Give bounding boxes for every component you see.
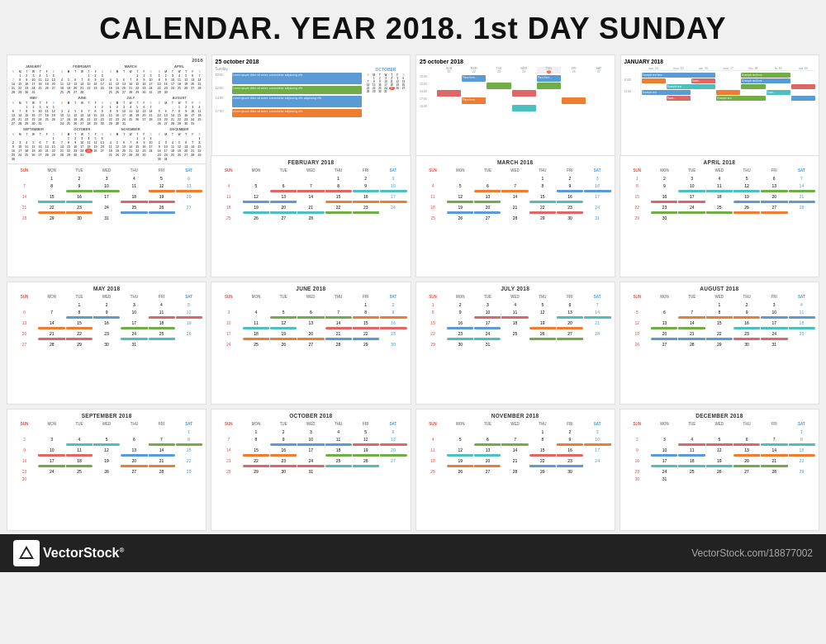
vectorstock-text: VectorStock® <box>43 546 124 561</box>
month-card-12: DECEMBER 2018SUNMONTUEWEDTHUFRISAT123456… <box>620 409 819 531</box>
day-view-card: 25 october 2018 Sunday 10:00 Lorem ipsum… <box>211 54 411 164</box>
vs-icon <box>13 540 40 566</box>
month-card-7: JULY 2018SUNMONTUEWEDTHUFRISAT1234567891… <box>415 282 615 404</box>
month-card-8: AUGUST 2018SUNMONTUEWEDTHUFRISAT12345678… <box>620 282 819 404</box>
registered-mark: ® <box>119 547 124 554</box>
vectorstock-logo: VectorStock® <box>13 540 124 566</box>
month-card-6: JUNE 2018SUNMONTUEWEDTHUFRISAT1234567891… <box>211 282 411 404</box>
month-card-1: JANUARY 2018SUNMONTUEWEDTHUFRISAT1234567… <box>7 155 206 277</box>
bottom-bar: VectorStock® VectorStock.com/18877002 <box>0 534 826 572</box>
month-card-2: FEBRUARY 2018SUNMONTUEWEDTHUFRISAT123456… <box>211 155 411 277</box>
vectorstock-url: VectorStock.com/18877002 <box>691 547 813 559</box>
month-card-3: MARCH 2018SUNMONTUEWEDTHUFRISAT123456789… <box>415 155 615 277</box>
month-card-9: SEPTEMBER 2018SUNMONTUEWEDTHUFRISAT12345… <box>7 409 206 531</box>
week-view-card: 25 october 2018 SUN21 MON22 TUE23 WED24 … <box>415 54 615 164</box>
mini-year-calendar: 2018 JANUARY SMTWTFS 123456 78910111213 … <box>7 54 206 164</box>
page-title: CALENDAR. YEAR 2018. 1st DAY SUNDAY <box>0 0 826 54</box>
jan-week-view-title: JANUARY 2018 <box>624 59 816 64</box>
week-view-title: 25 october 2018 <box>420 59 611 64</box>
jan-week-view-card: JANUARY 2018 sun, 14 mon, 15 tue, 16 wed… <box>620 54 820 164</box>
day-view-title: 25 october 2018 <box>216 59 407 64</box>
month-card-10: OCTOBER 2018SUNMONTUEWEDTHUFRISAT1234567… <box>211 409 411 531</box>
mini-year-title: 2018 <box>10 58 203 63</box>
month-card-11: NOVEMBER 2018SUNMONTUEWEDTHUFRISAT123456… <box>415 409 615 531</box>
month-card-5: MAY 2018SUNMONTUEWEDTHUFRISAT12345678910… <box>7 282 206 404</box>
month-card-4: APRIL 2018SUNMONTUEWEDTHUFRISAT123456789… <box>620 155 819 277</box>
